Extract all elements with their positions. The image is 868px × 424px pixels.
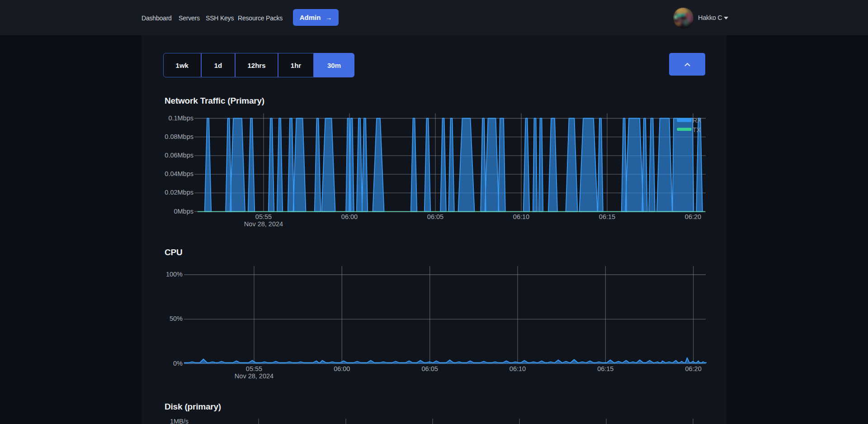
svg-text:RX: RX (693, 117, 702, 124)
svg-text:TX: TX (693, 126, 701, 133)
